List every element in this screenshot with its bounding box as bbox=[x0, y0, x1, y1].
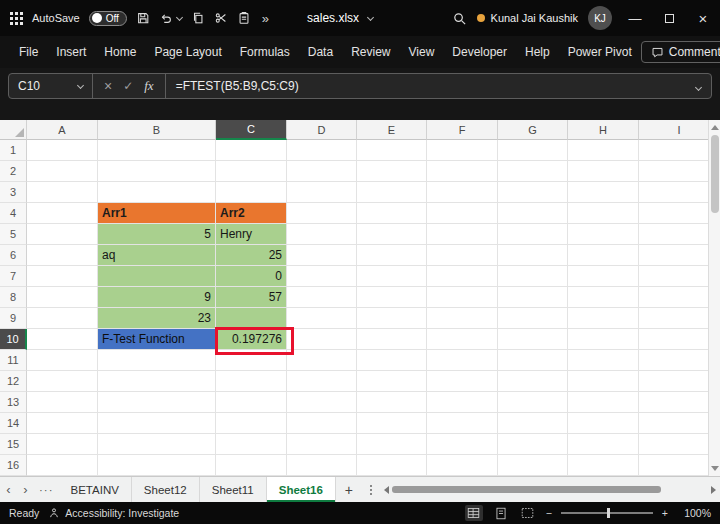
column-header-H[interactable]: H bbox=[568, 120, 639, 140]
cell-C5[interactable]: Henry bbox=[216, 224, 287, 245]
sheet-tab-sheet12[interactable]: Sheet12 bbox=[132, 477, 200, 502]
cell[interactable] bbox=[498, 392, 568, 413]
name-box-chevron-icon[interactable] bbox=[77, 81, 84, 88]
cell-B5[interactable]: 5 bbox=[98, 224, 216, 245]
cell[interactable] bbox=[498, 434, 568, 455]
cell[interactable] bbox=[498, 161, 568, 182]
cell[interactable] bbox=[287, 203, 357, 224]
cell[interactable] bbox=[568, 266, 639, 287]
cell[interactable] bbox=[357, 287, 427, 308]
horizontal-scroll-thumb[interactable] bbox=[392, 486, 661, 493]
app-grid-icon[interactable] bbox=[10, 12, 23, 25]
cell[interactable] bbox=[287, 245, 357, 266]
cell[interactable] bbox=[427, 287, 498, 308]
row-header-6[interactable]: 6 bbox=[0, 245, 27, 266]
formula-input[interactable]: =FTEST(B5:B9,C5:C9) bbox=[166, 79, 309, 93]
ribbon-tab-page-layout[interactable]: Page Layout bbox=[145, 39, 230, 65]
cell-B8[interactable]: 9 bbox=[98, 287, 216, 308]
row-header-2[interactable]: 2 bbox=[0, 161, 27, 182]
cell[interactable] bbox=[427, 140, 498, 161]
insert-function-icon[interactable]: fx bbox=[144, 78, 153, 94]
cell[interactable] bbox=[498, 371, 568, 392]
cell[interactable] bbox=[287, 392, 357, 413]
cell[interactable] bbox=[498, 287, 568, 308]
undo-dropdown-chevron[interactable] bbox=[176, 13, 183, 20]
row-header-1[interactable]: 1 bbox=[0, 140, 27, 161]
cell[interactable] bbox=[287, 329, 357, 350]
cell[interactable] bbox=[27, 350, 98, 371]
row-header-15[interactable]: 15 bbox=[0, 434, 27, 455]
cell-C7[interactable]: 0 bbox=[216, 266, 287, 287]
ribbon-tab-view[interactable]: View bbox=[400, 39, 444, 65]
row-header-3[interactable]: 3 bbox=[0, 182, 27, 203]
cell[interactable] bbox=[568, 371, 639, 392]
column-header-C[interactable]: C bbox=[216, 120, 287, 140]
cell[interactable] bbox=[427, 413, 498, 434]
expand-formula-bar-chevron[interactable] bbox=[694, 79, 711, 93]
ribbon-tab-developer[interactable]: Developer bbox=[443, 39, 516, 65]
column-header-G[interactable]: G bbox=[498, 120, 568, 140]
cell-C8[interactable]: 57 bbox=[216, 287, 287, 308]
cell[interactable] bbox=[568, 350, 639, 371]
cell[interactable] bbox=[27, 140, 98, 161]
cell[interactable] bbox=[287, 287, 357, 308]
cell[interactable] bbox=[357, 434, 427, 455]
cell[interactable] bbox=[216, 434, 287, 455]
cell[interactable] bbox=[216, 413, 287, 434]
cell-B6[interactable]: aq bbox=[98, 245, 216, 266]
cell[interactable] bbox=[498, 182, 568, 203]
cell[interactable] bbox=[498, 203, 568, 224]
zoom-out-button[interactable]: − bbox=[546, 507, 552, 519]
cell[interactable] bbox=[568, 140, 639, 161]
cell-C9[interactable] bbox=[216, 308, 287, 329]
cell[interactable] bbox=[287, 350, 357, 371]
cell-B4[interactable]: Arr1 bbox=[98, 203, 216, 224]
normal-view-icon[interactable] bbox=[465, 505, 483, 521]
cell[interactable] bbox=[287, 266, 357, 287]
cell-C10-selected[interactable]: 0.197276 bbox=[216, 329, 287, 350]
cell[interactable] bbox=[568, 413, 639, 434]
ribbon-tab-home[interactable]: Home bbox=[95, 39, 145, 65]
cell[interactable] bbox=[27, 245, 98, 266]
scroll-up-arrow-icon[interactable] bbox=[711, 125, 719, 130]
cell[interactable] bbox=[216, 350, 287, 371]
cell[interactable] bbox=[98, 182, 216, 203]
ribbon-tab-formulas[interactable]: Formulas bbox=[231, 39, 299, 65]
cell[interactable] bbox=[427, 392, 498, 413]
cell[interactable] bbox=[27, 224, 98, 245]
cell[interactable] bbox=[98, 434, 216, 455]
autosave-toggle[interactable]: Off bbox=[89, 11, 127, 26]
search-icon[interactable] bbox=[452, 11, 467, 26]
cell[interactable] bbox=[27, 455, 98, 476]
scroll-left-arrow-icon[interactable] bbox=[384, 486, 389, 494]
cell[interactable] bbox=[357, 161, 427, 182]
cell[interactable] bbox=[27, 182, 98, 203]
comments-button[interactable]: Comments bbox=[641, 41, 720, 63]
cell[interactable] bbox=[498, 350, 568, 371]
cell[interactable] bbox=[357, 455, 427, 476]
cell[interactable] bbox=[568, 161, 639, 182]
sheet-options-dots-icon[interactable] bbox=[362, 485, 380, 495]
row-header-7[interactable]: 7 bbox=[0, 266, 27, 287]
cell[interactable] bbox=[427, 224, 498, 245]
account-info[interactable]: Kunal Jai Kaushik bbox=[477, 12, 578, 24]
cell[interactable] bbox=[287, 182, 357, 203]
more-sheets-icon[interactable]: ··· bbox=[34, 484, 59, 496]
save-icon[interactable] bbox=[136, 11, 150, 25]
sheet-tab-sheet16-active[interactable]: Sheet16 bbox=[267, 477, 336, 502]
column-header-D[interactable]: D bbox=[287, 120, 357, 140]
cell[interactable] bbox=[357, 245, 427, 266]
zoom-in-button[interactable]: + bbox=[662, 507, 668, 519]
cell[interactable] bbox=[287, 308, 357, 329]
toolbar-overflow-icon[interactable]: » bbox=[262, 11, 269, 26]
scroll-right-arrow-icon[interactable] bbox=[711, 486, 716, 494]
column-header-E[interactable]: E bbox=[357, 120, 427, 140]
column-header-B[interactable]: B bbox=[98, 120, 216, 140]
cell[interactable] bbox=[216, 455, 287, 476]
cell[interactable] bbox=[568, 329, 639, 350]
cell[interactable] bbox=[98, 161, 216, 182]
avatar[interactable]: KJ bbox=[588, 6, 612, 30]
zoom-slider[interactable] bbox=[561, 512, 653, 514]
vertical-scroll-thumb[interactable] bbox=[711, 135, 719, 213]
cell[interactable] bbox=[216, 392, 287, 413]
